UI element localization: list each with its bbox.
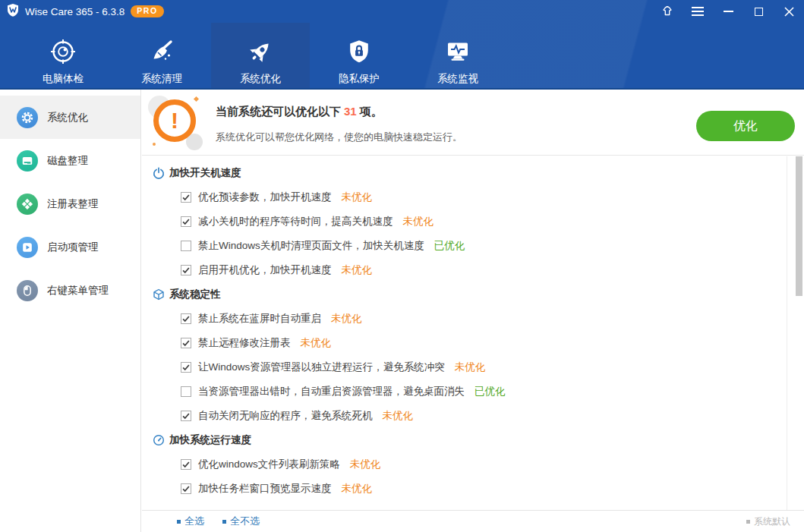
sidebar-item-label: 启动项管理 xyxy=(47,241,99,254)
optimize-item-row[interactable]: 禁止系统在蓝屏时自动重启 未优化 xyxy=(142,307,804,331)
tab-privacy-protector[interactable]: 隐私保护 xyxy=(310,23,408,88)
optimize-button[interactable]: 优化 xyxy=(696,111,795,141)
tab-system-monitor[interactable]: 系统监视 xyxy=(408,23,507,88)
cube-icon xyxy=(152,288,165,301)
item-label: 当资源管理器出错时，自动重启资源管理器，避免桌面消失 xyxy=(198,385,465,398)
optimize-item-row[interactable]: 优化windows文件列表刷新策略 未优化 xyxy=(142,452,804,477)
tab-system-tuneup[interactable]: 系统优化 xyxy=(211,23,310,88)
optimize-item-row[interactable]: 启用开机优化，加快开机速度 未优化 xyxy=(142,258,804,282)
item-status: 未优化 xyxy=(455,360,486,374)
app-title: Wise Care 365 - 6.3.8 xyxy=(25,6,125,17)
item-checkbox[interactable] xyxy=(181,192,191,203)
item-status: 已优化 xyxy=(475,385,506,398)
item-checkbox[interactable] xyxy=(181,216,191,227)
checkup-radar-icon xyxy=(49,36,77,67)
disk-icon xyxy=(17,150,38,172)
shield-lock-icon xyxy=(346,36,372,67)
square-bullet-icon xyxy=(746,520,750,524)
tab-pc-checkup[interactable]: 电脑体检 xyxy=(14,23,112,88)
item-label: 优化预读参数，加快开机速度 xyxy=(198,190,332,204)
window-controls xyxy=(652,0,804,23)
close-icon[interactable] xyxy=(774,0,804,23)
app-header: Wise Care 365 - 6.3.8 PRO xyxy=(0,0,804,90)
exclamation-circle-icon: ! xyxy=(147,94,206,152)
pro-badge: PRO xyxy=(131,5,163,17)
scroll-gutter-divider xyxy=(787,156,787,510)
mouse-icon xyxy=(17,280,38,301)
optimize-checklist: 加快开关机速度 优化预读参数，加快开机速度 未优化 减小关机时的程序等待时间，提… xyxy=(142,156,804,510)
item-status: 未优化 xyxy=(383,409,414,423)
sidebar-item-label: 右键菜单管理 xyxy=(47,284,109,297)
power-icon xyxy=(152,167,165,180)
sidebar-item-disk-defrag[interactable]: 磁盘整理 xyxy=(0,139,140,182)
registry-diamonds-icon xyxy=(17,194,38,215)
sidebar-item-label: 系统优化 xyxy=(47,111,88,124)
item-status: 未优化 xyxy=(342,190,373,204)
section-title: 系统稳定性 xyxy=(169,288,221,301)
optimize-item-row[interactable]: 禁止远程修改注册表 未优化 xyxy=(142,331,804,355)
optimize-item-row[interactable]: 加快任务栏窗口预览显示速度 未优化 xyxy=(142,477,804,501)
tab-label: 隐私保护 xyxy=(339,72,380,86)
system-default-link[interactable]: 系统默认 xyxy=(746,515,790,528)
item-label: 禁止系统在蓝屏时自动重启 xyxy=(198,312,321,326)
item-checkbox[interactable] xyxy=(181,483,191,494)
item-checkbox[interactable] xyxy=(181,313,191,324)
startup-play-icon xyxy=(17,237,38,258)
main-nav: 电脑体检 系统清理 xyxy=(14,23,507,88)
item-checkbox[interactable] xyxy=(181,459,191,470)
item-status: 未优化 xyxy=(350,458,381,471)
optimize-item-row[interactable]: 让Windows资源管理器以独立进程运行，避免系统冲突 未优化 xyxy=(142,355,804,379)
footer-bar: 全选 全不选 系统默认 xyxy=(142,510,804,532)
minimize-icon[interactable] xyxy=(713,0,743,23)
item-status: 未优化 xyxy=(342,263,373,277)
menu-icon[interactable] xyxy=(683,0,713,23)
broom-icon xyxy=(148,36,175,67)
section-header-system-speed: 加快系统运行速度 xyxy=(142,428,804,452)
tab-label: 系统监视 xyxy=(437,72,478,86)
theme-icon[interactable] xyxy=(652,0,683,23)
select-none-link[interactable]: 全不选 xyxy=(222,515,260,528)
sidebar-item-context-menu-manager[interactable]: 右键菜单管理 xyxy=(0,269,140,312)
section-header-boot-speed: 加快开关机速度 xyxy=(142,161,804,185)
optimize-item-row[interactable]: 当资源管理器出错时，自动重启资源管理器，避免桌面消失 已优化 xyxy=(142,379,804,404)
sidebar-item-label: 磁盘整理 xyxy=(47,154,88,168)
item-checkbox[interactable] xyxy=(181,338,191,348)
sidebar-item-label: 注册表整理 xyxy=(47,197,99,211)
item-label: 自动关闭无响应的程序，避免系统死机 xyxy=(198,409,373,423)
optimize-item-row[interactable]: 自动关闭无响应的程序，避免系统死机 未优化 xyxy=(142,404,804,428)
item-label: 减小关机时的程序等待时间，提高关机速度 xyxy=(198,215,393,228)
maximize-icon[interactable] xyxy=(743,0,774,23)
optimize-item-row[interactable]: 优化预读参数，加快开机速度 未优化 xyxy=(142,185,804,209)
monitor-pulse-icon xyxy=(444,36,471,67)
item-status: 未优化 xyxy=(331,312,362,326)
optimize-item-row[interactable]: 减小关机时的程序等待时间，提高关机速度 未优化 xyxy=(142,209,804,234)
item-status: 未优化 xyxy=(301,336,332,350)
titlebar: Wise Care 365 - 6.3.8 PRO xyxy=(0,0,804,23)
section-title: 加快系统运行速度 xyxy=(169,433,251,447)
sidebar-item-registry-defrag[interactable]: 注册表整理 xyxy=(0,182,140,225)
scrollbar-thumb[interactable] xyxy=(796,156,802,296)
item-checkbox[interactable] xyxy=(181,241,191,251)
item-checkbox[interactable] xyxy=(181,411,191,421)
tab-label: 系统清理 xyxy=(141,72,182,86)
select-all-link[interactable]: 全选 xyxy=(177,515,204,528)
sidebar-item-system-tuneup[interactable]: 系统优化 xyxy=(0,96,140,139)
item-label: 禁止远程修改注册表 xyxy=(198,336,291,350)
section-title: 加快开关机速度 xyxy=(169,166,241,180)
content-area: ! 当前系统还可以优化以下31项。 系统优化可以帮您优化网络，使您的电脑快速稳定… xyxy=(142,90,804,532)
item-status: 未优化 xyxy=(403,215,434,228)
item-checkbox[interactable] xyxy=(181,386,191,397)
app-window: Wise Care 365 - 6.3.8 PRO xyxy=(0,0,804,532)
summary-title: 当前系统还可以优化以下31项。 xyxy=(216,105,383,119)
sidebar: 系统优化 磁盘整理 注册表整理 xyxy=(0,90,141,532)
tab-system-cleaner[interactable]: 系统清理 xyxy=(112,23,211,88)
square-bullet-icon xyxy=(177,520,181,524)
optimize-item-row[interactable]: 禁止Windows关机时清理页面文件，加快关机速度 已优化 xyxy=(142,234,804,258)
item-checkbox[interactable] xyxy=(181,265,191,275)
sidebar-item-startup-manager[interactable]: 启动项管理 xyxy=(0,225,140,269)
tab-label: 电脑体检 xyxy=(43,72,84,86)
section-header-system-stability: 系统稳定性 xyxy=(142,282,804,307)
item-label: 让Windows资源管理器以独立进程运行，避免系统冲突 xyxy=(198,360,445,374)
item-label: 禁止Windows关机时清理页面文件，加快关机速度 xyxy=(198,239,424,253)
item-checkbox[interactable] xyxy=(181,362,191,373)
